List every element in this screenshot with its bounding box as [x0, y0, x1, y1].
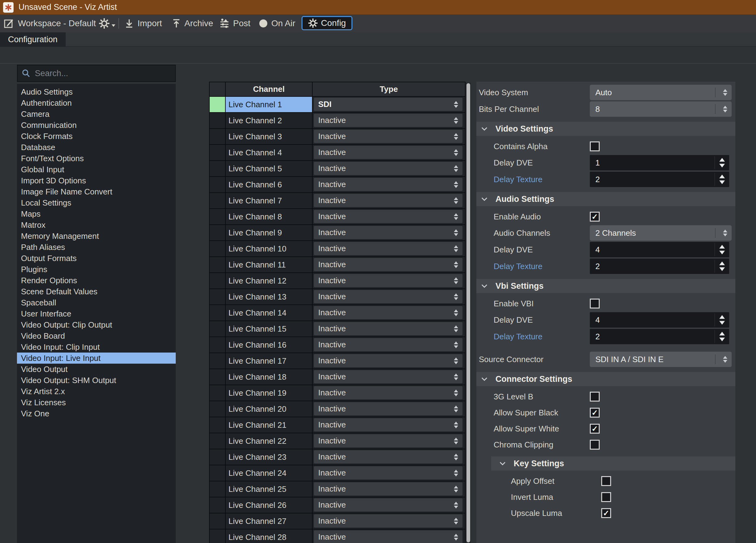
combobox[interactable]: SDI IN A / SDI IN E	[590, 352, 732, 367]
checkbox[interactable]	[601, 476, 611, 486]
type-dropdown[interactable]: Inactive	[314, 194, 462, 207]
sidebar-item[interactable]: Camera	[17, 109, 176, 120]
channel-cell[interactable]: Live Channel 20	[226, 401, 313, 417]
spinner-arrows-icon[interactable]	[454, 502, 458, 508]
spinner-arrows-icon[interactable]	[454, 486, 458, 492]
section-header[interactable]: Audio Settings	[476, 192, 735, 206]
chevron-down-icon[interactable]	[481, 127, 488, 131]
section-header[interactable]: Connector Settings	[476, 372, 735, 386]
channel-cell[interactable]: Live Channel 2	[226, 113, 313, 129]
channel-cell[interactable]: Live Channel 14	[226, 305, 313, 321]
checkbox[interactable]	[590, 142, 600, 151]
sidebar-item[interactable]: Import 3D Options	[17, 175, 176, 186]
spin-arrows-icon[interactable]	[719, 158, 725, 168]
channel-cell[interactable]: Live Channel 17	[226, 353, 313, 369]
import-button[interactable]: Import	[124, 14, 162, 32]
sidebar-item[interactable]: Viz Licenses	[17, 397, 176, 408]
type-dropdown[interactable]: Inactive	[314, 450, 462, 463]
section-header[interactable]: Video Settings	[476, 122, 735, 136]
sidebar-item[interactable]: Plugins	[17, 264, 176, 275]
type-dropdown[interactable]: Inactive	[314, 306, 462, 319]
sidebar-item[interactable]: Video Output: SHM Output	[17, 375, 176, 386]
spinbox[interactable]: 4	[590, 242, 729, 257]
checkbox[interactable]	[590, 298, 600, 308]
spinner-arrows-icon[interactable]	[454, 261, 458, 268]
channel-cell[interactable]: Live Channel 6	[226, 177, 313, 193]
tab-configuration[interactable]: Configuration	[0, 32, 66, 47]
type-dropdown[interactable]: Inactive	[314, 178, 462, 191]
sidebar-item[interactable]: Video Output: Clip Output	[17, 319, 176, 330]
chevron-down-icon[interactable]	[481, 377, 488, 381]
type-dropdown[interactable]: Inactive	[314, 354, 462, 367]
type-dropdown[interactable]: Inactive	[314, 434, 462, 447]
sidebar-item[interactable]: Authentication	[17, 97, 176, 109]
type-dropdown[interactable]: Inactive	[314, 322, 462, 335]
channel-cell[interactable]: Live Channel 5	[226, 161, 313, 177]
type-dropdown[interactable]: Inactive	[314, 482, 462, 496]
checkbox[interactable]: ✓	[590, 212, 600, 222]
chevron-down-icon[interactable]	[481, 284, 488, 288]
spinner-arrows-icon[interactable]	[454, 422, 458, 428]
type-dropdown[interactable]: Inactive	[314, 242, 462, 255]
channel-cell[interactable]: Live Channel 21	[226, 417, 313, 433]
sidebar-item[interactable]: Local Settings	[17, 197, 176, 208]
spinner-arrows-icon[interactable]	[454, 405, 458, 412]
spinner-arrows-icon[interactable]	[454, 165, 458, 172]
spinner-arrows-icon[interactable]	[454, 245, 458, 252]
search-input[interactable]	[34, 68, 165, 79]
spinner-arrows-icon[interactable]	[454, 213, 458, 220]
type-dropdown[interactable]: Inactive	[314, 530, 462, 543]
channel-cell[interactable]: Live Channel 18	[226, 369, 313, 385]
type-dropdown[interactable]: SDI	[314, 98, 462, 111]
type-dropdown[interactable]: Inactive	[314, 226, 462, 239]
sidebar-item[interactable]: Video Input: Live Input	[17, 352, 176, 364]
spinner-arrows-icon[interactable]	[454, 277, 458, 284]
spinner-arrows-icon[interactable]	[454, 373, 458, 380]
sidebar-item[interactable]: Global Input	[17, 164, 176, 175]
spinner-arrows-icon[interactable]	[454, 181, 458, 188]
spinner-arrows-icon[interactable]	[454, 438, 458, 444]
chevron-down-icon[interactable]	[481, 197, 488, 201]
channel-cell[interactable]: Live Channel 27	[226, 513, 313, 529]
checkbox[interactable]: ✓	[601, 508, 611, 518]
spinbox[interactable]: 2	[590, 172, 729, 187]
type-dropdown[interactable]: Inactive	[314, 114, 462, 127]
workspace-settings-button[interactable]	[99, 14, 115, 32]
sidebar-item[interactable]: User Interface	[17, 308, 176, 319]
sidebar-item[interactable]: Audio Settings	[17, 86, 176, 97]
combobox[interactable]: 2 Channels	[590, 225, 732, 241]
sidebar-item[interactable]: Communication	[17, 120, 176, 131]
channel-cell[interactable]: Live Channel 11	[226, 257, 313, 273]
section-header[interactable]: Vbi Settings	[476, 279, 735, 293]
spinbox[interactable]: 2	[590, 259, 729, 274]
combo-arrows-icon[interactable]	[723, 356, 727, 363]
sidebar-item[interactable]: Output Formats	[17, 253, 176, 264]
type-dropdown[interactable]: Inactive	[314, 274, 462, 287]
type-dropdown[interactable]: Inactive	[314, 418, 462, 431]
spinner-arrows-icon[interactable]	[454, 101, 458, 108]
spinner-arrows-icon[interactable]	[454, 389, 458, 396]
type-dropdown[interactable]: Inactive	[314, 402, 462, 415]
type-dropdown[interactable]: Inactive	[314, 370, 462, 383]
checkbox[interactable]: ✓	[590, 408, 600, 417]
spinner-arrows-icon[interactable]	[454, 133, 458, 140]
channel-cell[interactable]: Live Channel 4	[226, 145, 313, 161]
spinner-arrows-icon[interactable]	[454, 197, 458, 204]
channel-cell[interactable]: Live Channel 9	[226, 225, 313, 241]
channel-cell[interactable]: Live Channel 10	[226, 241, 313, 257]
type-dropdown[interactable]: Inactive	[314, 162, 462, 175]
channel-cell[interactable]: Live Channel 28	[226, 529, 313, 543]
spin-arrows-icon[interactable]	[719, 175, 725, 184]
type-dropdown[interactable]: Inactive	[314, 338, 462, 351]
combo-arrows-icon[interactable]	[723, 89, 727, 96]
sidebar-item[interactable]: Clock Formats	[17, 131, 176, 142]
spin-arrows-icon[interactable]	[719, 315, 725, 325]
sidebar-item[interactable]: Font/Text Options	[17, 153, 176, 164]
sidebar-item[interactable]: Video Output	[17, 364, 176, 375]
type-dropdown[interactable]: Inactive	[314, 258, 462, 271]
spinner-arrows-icon[interactable]	[454, 534, 458, 541]
spinbox[interactable]: 1	[590, 155, 729, 171]
combobox[interactable]: 8	[590, 101, 732, 117]
combobox[interactable]: Auto	[590, 85, 732, 100]
sidebar-item[interactable]: Video Input: Clip Input	[17, 341, 176, 352]
